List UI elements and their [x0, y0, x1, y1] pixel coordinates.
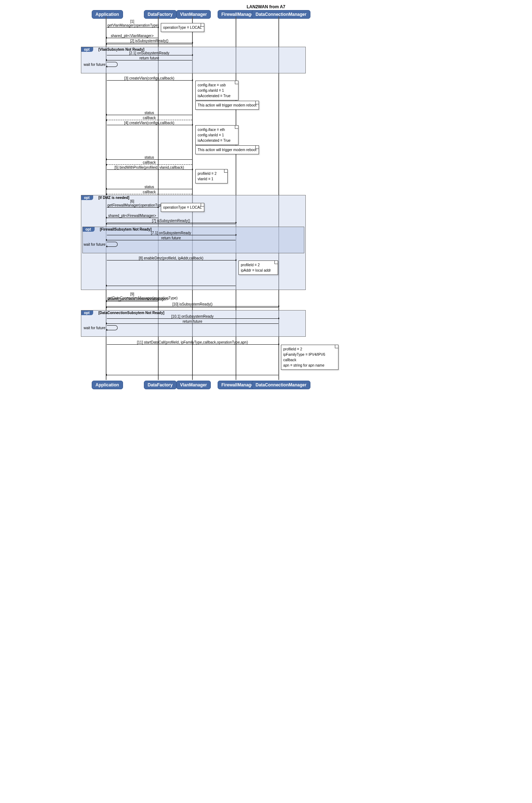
msg-5: [5] bindWithProfile(profileid, vlanid,ca… — [107, 165, 192, 170]
diagram-title: LAN2WAN from A7 — [77, 4, 455, 9]
msg-2: [2] isSubsystemReady() — [107, 39, 192, 43]
msg-7-1: [7.1] onSubsystemReady — [107, 231, 236, 235]
msg-r9: shared_ptr<DataConnectionManager> — [107, 297, 158, 301]
msg-10-return — [107, 307, 278, 308]
participant-dataconnectionmanager-bot: DataConnectionManager — [252, 381, 310, 389]
msg-return-future-1: return future — [107, 56, 192, 60]
fragment-tag: opt — [83, 227, 95, 232]
fragment-tag: opt — [81, 47, 94, 52]
msg-5-callback: callback — [107, 190, 192, 194]
fragment-tag: opt — [81, 195, 94, 200]
note-dmz: profileId = 2 ipAddr = local addr — [238, 260, 278, 275]
msg-5-status: status — [107, 185, 192, 189]
msg-1: [1] getVlanManager(operationType) — [107, 19, 158, 28]
msg-6: [6] getFirewallManager(operationType) — [107, 199, 158, 208]
note-startcall: profileId = 2 ipFamilyType = IPV4/IPV6 c… — [281, 345, 338, 370]
msg-2-return — [107, 44, 192, 44]
label-wait-future-2: wait for future — [84, 242, 106, 246]
msg-2-1: [2.1] onSubsystemReady — [107, 51, 192, 55]
msg-3: [3] createVlan(configs,callback) — [107, 76, 192, 81]
msg-10-1: [10.1] onSubsystemReady — [107, 314, 278, 319]
participant-vlanmanager-bot: VlanManager — [176, 381, 211, 389]
msg-8: [8] enableDmz(profileId, ipAddr,callback… — [107, 256, 236, 260]
selfmsg-wait-3 — [107, 325, 118, 330]
msg-return-future-3: return future — [107, 319, 278, 324]
msg-r1: shared_ptr<VlanManager> — [107, 34, 158, 38]
msg-4-callback: callback — [107, 160, 192, 165]
msg-7-return — [107, 224, 236, 224]
msg-3-status: status — [107, 111, 192, 115]
msg-r6: shared_ptr<FirewallManager> — [107, 214, 158, 218]
note-reboot-1: This action will trigger modem reboot — [195, 101, 259, 110]
participant-datafactory-bot: DataFactory — [144, 381, 177, 389]
participant-dataconnectionmanager-top: DataConnectionManager — [252, 10, 310, 19]
msg-7: [7] isSubsystemReady() — [107, 219, 236, 223]
participant-datafactory-top: DataFactory — [144, 10, 177, 19]
msg-10: [10] isSubsystemReady() — [107, 302, 278, 307]
participant-application-bot: Application — [92, 381, 123, 389]
msg-4: [4] createVlan(configs,callback) — [107, 121, 192, 125]
msg-11: [11] startDataCall(profileId, ipFamilyTy… — [107, 340, 278, 345]
label-wait-future-3: wait for future — [84, 326, 106, 330]
participant-application-top: Application — [92, 10, 123, 19]
participant-vlanmanager-top: VlanManager — [176, 10, 211, 19]
note-op-local-2: operationType = LOCAL — [161, 203, 205, 212]
selfmsg-wait-2 — [107, 242, 118, 247]
note-vlan-usb: config.iface = usb config.vlanId = 1 isA… — [195, 81, 238, 100]
note-reboot-2: This action will trigger modem reboot — [195, 145, 259, 154]
msg-4-status: status — [107, 155, 192, 160]
selfmsg-wait-1 — [107, 62, 118, 67]
msg-11-return — [107, 375, 278, 375]
fragment-tag: opt — [81, 310, 94, 315]
label-wait-future-1: wait for future — [84, 63, 106, 67]
note-op-local-1: operationType = LOCAL — [161, 23, 205, 32]
msg-8-return — [107, 286, 236, 286]
sequence-diagram: LAN2WAN from A7 Application DataFactory … — [77, 4, 455, 396]
msg-return-future-2: return future — [107, 236, 236, 240]
note-vlan-eth: config.iface = eth config.vlanId = 1 isA… — [195, 125, 238, 145]
note-bind: profileId = 2 vlanId = 1 — [195, 169, 228, 183]
msg-3-callback: callback — [107, 116, 192, 120]
